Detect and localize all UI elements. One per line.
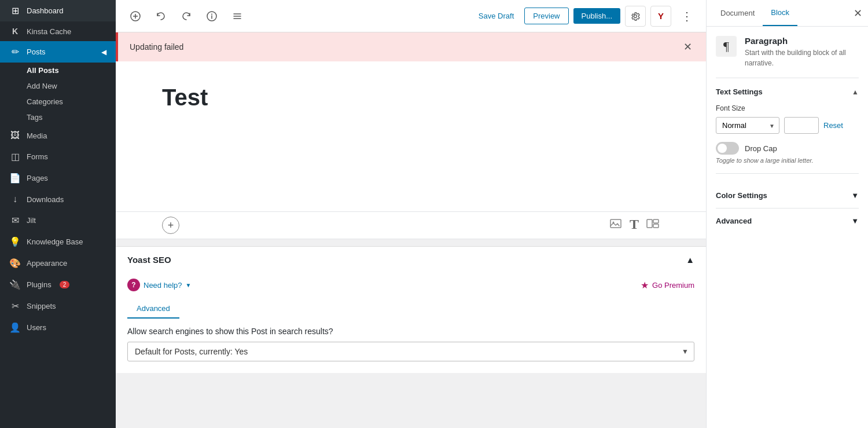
- block-add-button[interactable]: +: [162, 217, 179, 234]
- sidebar-item-plugins[interactable]: 🔌 Plugins 2: [0, 274, 116, 295]
- sidebar-item-label: Media: [27, 131, 47, 140]
- font-size-select[interactable]: Small Normal Medium Large Huge: [716, 117, 779, 134]
- update-failed-text: Updating failed: [130, 42, 183, 52]
- sidebar-sub-item-categories[interactable]: Categories: [0, 94, 116, 109]
- block-info: ¶ Paragraph Start with the building bloc…: [716, 36, 859, 78]
- tab-document[interactable]: Document: [712, 1, 763, 25]
- sidebar-sub-item-tags[interactable]: Tags: [0, 109, 116, 125]
- right-panel: Document Block ✕ ¶ Paragraph Start with …: [706, 0, 868, 428]
- undo-button[interactable]: [150, 6, 171, 27]
- downloads-icon: ↓: [9, 194, 21, 204]
- gallery-block-icon[interactable]: [646, 217, 660, 234]
- banner-close-button[interactable]: ✕: [681, 41, 694, 53]
- block-type-icon: ¶: [716, 36, 737, 57]
- block-icon-group: T: [609, 217, 660, 234]
- chevron-up-icon: ▲: [852, 88, 859, 96]
- sidebar-item-label: Jilt: [27, 216, 36, 225]
- font-size-input[interactable]: [784, 117, 819, 134]
- knowledge-icon: 💡: [9, 236, 21, 247]
- sidebar-sub-item-all-posts[interactable]: All Posts: [0, 63, 116, 78]
- toolbar-right: Save Draft Preview Publish... Y ⋮: [473, 6, 697, 27]
- sidebar-item-label: Users: [27, 323, 46, 332]
- panel-close-button[interactable]: ✕: [854, 7, 862, 20]
- drop-cap-toggle[interactable]: [716, 142, 739, 155]
- toggle-knob: [718, 144, 727, 153]
- block-navigation-button[interactable]: [227, 6, 248, 27]
- sidebar-item-pages[interactable]: 📄 Pages: [0, 167, 116, 189]
- chevron-down-icon-2: ▼: [851, 217, 859, 225]
- star-icon: ★: [641, 280, 649, 291]
- sidebar-item-label: Knowledge Base: [27, 237, 83, 246]
- svg-rect-11: [647, 220, 652, 228]
- yoast-panel: Yoast SEO ▲ ? Need help? ▼ ★ Go Premium: [116, 246, 706, 373]
- block-details: Paragraph Start with the building block …: [745, 36, 859, 68]
- font-size-row: Small Normal Medium Large Huge ▼ Reset: [716, 117, 859, 134]
- sidebar-item-forms[interactable]: ◫ Forms: [0, 146, 116, 167]
- text-settings-body: Font Size Small Normal Medium Large Huge…: [716, 104, 859, 164]
- settings-button[interactable]: [625, 6, 646, 27]
- preview-button[interactable]: Preview: [524, 8, 568, 24]
- sidebar-item-kinsta-cache[interactable]: K Kinsta Cache: [0, 21, 116, 41]
- yoast-premium-button[interactable]: ★ Go Premium: [641, 280, 694, 291]
- redo-button[interactable]: [176, 6, 197, 27]
- sidebar-sub-label: All Posts: [27, 66, 59, 75]
- publish-button[interactable]: Publish...: [573, 8, 620, 24]
- yoast-top-bar: ? Need help? ▼ ★ Go Premium: [127, 279, 694, 291]
- sidebar-item-dashboard[interactable]: ⊞ Dashboard: [0, 0, 116, 21]
- sidebar-item-appearance[interactable]: 🎨 Appearance: [0, 253, 116, 274]
- color-settings-header[interactable]: Color Settings ▼: [716, 191, 859, 200]
- posts-icon: ✏: [9, 46, 21, 57]
- sidebar-item-users[interactable]: 👤 Users: [0, 317, 116, 338]
- block-toolbar: + T: [116, 212, 706, 239]
- plugins-badge: 2: [60, 281, 70, 288]
- save-draft-button[interactable]: Save Draft: [473, 8, 520, 24]
- sidebar-item-label: Pages: [27, 174, 48, 182]
- more-options-button[interactable]: ⋮: [676, 6, 697, 27]
- yoast-button[interactable]: Y: [650, 6, 671, 27]
- yoast-premium-label: Go Premium: [652, 281, 694, 290]
- kinsta-icon: K: [9, 27, 21, 36]
- sidebar-item-label: Forms: [27, 152, 48, 161]
- yoast-help-button[interactable]: ? Need help? ▼: [127, 279, 191, 291]
- color-settings-label: Color Settings: [716, 191, 767, 200]
- update-failed-banner: Updating failed ✕: [116, 32, 706, 61]
- advanced-label: Advanced: [716, 217, 752, 225]
- yoast-tab-advanced[interactable]: Advanced: [127, 299, 179, 319]
- text-settings-label: Text Settings: [716, 87, 763, 96]
- svg-point-10: [612, 222, 614, 224]
- dashboard-icon: ⊞: [9, 5, 21, 16]
- drop-cap-description: Toggle to show a large initial letter.: [716, 157, 859, 164]
- sidebar-item-media[interactable]: 🖼 Media: [0, 125, 116, 146]
- add-block-button[interactable]: [125, 6, 146, 27]
- sidebar-sub-label: Tags: [27, 113, 42, 122]
- image-block-icon[interactable]: [609, 217, 623, 234]
- post-title[interactable]: Test: [162, 85, 660, 111]
- yoast-select[interactable]: Default for Posts, currently: Yes Yes No: [127, 342, 694, 361]
- yoast-header[interactable]: Yoast SEO ▲: [116, 247, 706, 273]
- advanced-header[interactable]: Advanced ▼: [716, 217, 859, 225]
- tab-block[interactable]: Block: [763, 0, 797, 26]
- text-block-icon[interactable]: T: [630, 217, 639, 234]
- panel-body: ¶ Paragraph Start with the building bloc…: [707, 27, 868, 243]
- font-size-label: Font Size: [716, 104, 859, 112]
- reset-font-size-button[interactable]: Reset: [823, 121, 843, 130]
- sidebar-item-posts[interactable]: ✏ Posts ◀: [0, 41, 116, 63]
- text-settings-header[interactable]: Text Settings ▲: [716, 87, 859, 96]
- sidebar-item-downloads[interactable]: ↓ Downloads: [0, 189, 116, 210]
- plugins-icon: 🔌: [9, 279, 21, 290]
- sidebar-item-jilt[interactable]: ✉ Jilt: [0, 210, 116, 231]
- sidebar-item-label: Snippets: [27, 302, 56, 310]
- panel-tabs: Document Block ✕: [707, 0, 868, 27]
- sidebar-sub-item-add-new[interactable]: Add New: [0, 78, 116, 94]
- yoast-title: Yoast SEO: [127, 255, 171, 265]
- help-icon: ?: [127, 279, 140, 291]
- svg-rect-13: [653, 224, 659, 228]
- info-button[interactable]: [201, 6, 222, 27]
- yoast-collapse-icon: ▲: [686, 255, 694, 265]
- sidebar-item-label: Dashboard: [27, 6, 64, 15]
- sidebar-item-knowledge-base[interactable]: 💡 Knowledge Base: [0, 231, 116, 253]
- media-icon: 🖼: [9, 130, 21, 141]
- pages-icon: 📄: [9, 173, 21, 184]
- sidebar-item-snippets[interactable]: ✂ Snippets: [0, 295, 116, 317]
- chevron-down-icon: ▼: [851, 191, 859, 200]
